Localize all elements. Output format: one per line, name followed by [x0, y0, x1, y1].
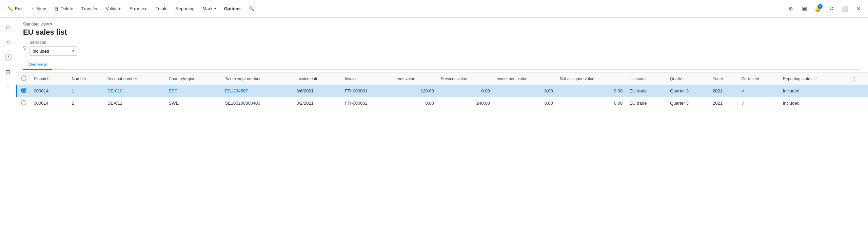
row1-tax-exempt-number: ES1234567	[221, 85, 293, 97]
table-row[interactable]: 000014 1 DE-010 ESP ES1234567	[17, 85, 868, 97]
tabs-bar: Overview	[23, 60, 861, 70]
col-invoice-date-header[interactable]: Invoice date	[293, 73, 341, 85]
layout-icon-button[interactable]: ▣	[799, 3, 810, 14]
row2-radio[interactable]	[21, 100, 26, 105]
page-title: EU sales list	[23, 28, 861, 37]
row1-reporting-status: Included	[780, 85, 849, 97]
row1-services-value: 0.00	[437, 85, 493, 97]
edit-icon: ✏️	[7, 6, 13, 12]
row1-dispatch: 000014	[31, 85, 68, 97]
title-bar: ✏️ Edit ＋ New 🗑 Delete Transfer Validate…	[0, 0, 868, 18]
sidebar-item-home[interactable]: ⌂	[1, 20, 15, 34]
row2-not-assigned-value: 0.00	[556, 97, 626, 109]
row2-radio-cell[interactable]	[17, 97, 31, 109]
table-row[interactable]: 000014 2 DE-011 SWE SE100200300400	[17, 97, 868, 109]
sidebar: ⌂ ☆ 🕐 ⊞ ≡	[0, 18, 16, 228]
col-corrected-header[interactable]: Corrected	[738, 73, 779, 85]
col-reporting-status-header[interactable]: Reporting status ▽	[780, 73, 849, 85]
sidebar-item-favorites[interactable]: ☆	[1, 35, 15, 49]
close-button[interactable]: ✕	[853, 3, 864, 14]
selection-group: Selection Included All Excluded	[29, 40, 77, 56]
header-radio[interactable]	[21, 75, 26, 81]
table-area: Dispatch Number Account number Country/r…	[16, 73, 868, 228]
row2-invoice-date: 8/2/2021	[293, 97, 341, 109]
toolbar: ✏️ Edit ＋ New 🗑 Delete Transfer Validate…	[4, 4, 785, 14]
row1-actions	[849, 85, 868, 97]
row1-country-region: ESP	[165, 85, 222, 97]
col-invoice-header[interactable]: Invoice	[341, 73, 391, 85]
options-button[interactable]: Options	[221, 4, 244, 13]
title-bar-right: ⚙ ▣ 🔔 0 ↺ ⬜ ✕	[785, 3, 864, 14]
col-items-value-header[interactable]: Items value	[391, 73, 437, 85]
col-quarter-header[interactable]: Quarter	[667, 73, 709, 85]
selection-dropdown[interactable]: Included All Excluded	[29, 46, 77, 56]
totals-button[interactable]: Totals	[152, 4, 171, 13]
error-text-button[interactable]: Error text	[126, 4, 151, 13]
col-years-header[interactable]: Years	[709, 73, 738, 85]
row1-number: 1	[68, 85, 104, 97]
sidebar-item-workspaces[interactable]: ⊞	[1, 65, 15, 79]
col-not-assigned-value-header[interactable]: Not assigned value	[556, 73, 626, 85]
refresh-button[interactable]: ↺	[826, 3, 837, 14]
selection-wrapper: Included All Excluded	[29, 46, 77, 56]
row2-items-value: 0.00	[391, 97, 437, 109]
col-dispatch-header[interactable]: Dispatch	[31, 73, 68, 85]
tab-overview[interactable]: Overview	[23, 60, 52, 70]
row2-list-code: EU trade	[626, 97, 667, 109]
standard-view-selector[interactable]: Standard view ▾	[23, 22, 861, 27]
row1-investment-value: 0.00	[493, 85, 556, 97]
table-header-row: Dispatch Number Account number Country/r…	[17, 73, 868, 85]
reporting-button[interactable]: Reporting	[172, 4, 198, 13]
row2-years: 2021	[709, 97, 738, 109]
row1-radio[interactable]	[21, 88, 26, 93]
mark-dropdown-icon: ▾	[214, 7, 216, 11]
filter-row: ▽ Selection Included All Excluded	[23, 40, 861, 56]
page-header: Standard view ▾ EU sales list ▽ Selectio…	[16, 18, 868, 73]
col-investment-value-header[interactable]: Investment value	[493, 73, 556, 85]
row1-country-link[interactable]: ESP	[169, 88, 178, 93]
notification-button[interactable]: 🔔 0	[812, 3, 823, 14]
sidebar-item-recent[interactable]: 🕐	[1, 50, 15, 64]
col-actions-header: ⋮	[849, 73, 868, 85]
row1-not-assigned-value: 0.00	[556, 85, 626, 97]
row2-invoice: FTI-000002	[341, 97, 391, 109]
transfer-button[interactable]: Transfer	[78, 4, 101, 13]
col-services-value-header[interactable]: Services value	[437, 73, 493, 85]
col-list-code-header[interactable]: List code	[626, 73, 667, 85]
row1-tax-link[interactable]: ES1234567	[225, 88, 248, 93]
mark-button[interactable]: Mark ▾	[199, 4, 219, 13]
delete-icon: 🗑	[54, 6, 59, 12]
selection-label: Selection	[29, 40, 77, 45]
col-number-header[interactable]: Number	[68, 73, 104, 85]
row1-invoice: FTI-000001	[341, 85, 391, 97]
new-button[interactable]: ＋ New	[27, 4, 49, 14]
filter-icon[interactable]: ▽	[23, 45, 27, 51]
row1-account-number: DE-010	[104, 85, 165, 97]
row1-items-value: 120.00	[391, 85, 437, 97]
row1-invoice-date: 8/6/2021	[293, 85, 341, 97]
row2-tax-exempt-number: SE100200300400	[221, 97, 293, 109]
settings-icon-button[interactable]: ⚙	[785, 3, 796, 14]
row2-number: 2	[68, 97, 104, 109]
reporting-status-filter-icon[interactable]: ▽	[814, 77, 817, 81]
row2-investment-value: 0.00	[493, 97, 556, 109]
row1-radio-cell[interactable]	[17, 85, 31, 97]
row2-account-number: DE-011	[104, 97, 165, 109]
row2-quarter: Quarter 3	[667, 97, 709, 109]
col-account-number-header[interactable]: Account number	[104, 73, 165, 85]
search-button[interactable]: 🔍	[245, 4, 258, 13]
col-tax-exempt-number-header[interactable]: Tax exempt number	[221, 73, 293, 85]
col-country-region-header[interactable]: Country/region	[165, 73, 222, 85]
restore-button[interactable]: ⬜	[840, 3, 850, 14]
sidebar-item-modules[interactable]: ≡	[1, 80, 15, 94]
validate-button[interactable]: Validate	[102, 4, 125, 13]
edit-button[interactable]: ✏️ Edit	[4, 4, 26, 14]
row2-dispatch: 000014	[31, 97, 68, 109]
col-radio-header	[17, 73, 31, 85]
row1-account-link[interactable]: DE-010	[107, 88, 122, 93]
column-options-icon[interactable]: ⋮	[852, 76, 857, 82]
row1-list-code: EU trade	[626, 85, 667, 97]
chevron-down-icon: ▾	[50, 22, 52, 27]
row2-services-value: 240.00	[437, 97, 493, 109]
delete-button[interactable]: 🗑 Delete	[51, 4, 77, 14]
